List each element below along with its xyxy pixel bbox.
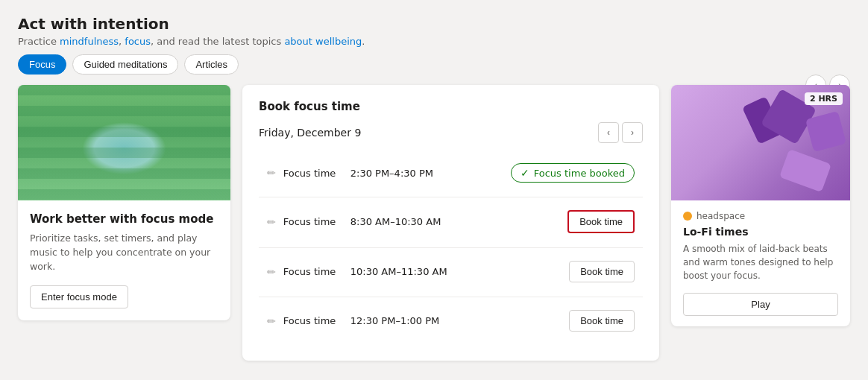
focus-time-1: 2:30 PM–4:30 PM: [350, 168, 511, 179]
focus-time-row-3: ✏ Focus time 10:30 AM–11:30 AM Book time: [259, 251, 643, 292]
page-title: Act with intention: [18, 15, 365, 33]
pencil-icon-2: ✏: [267, 216, 276, 228]
book-focus-time-card: Book focus time Friday, December 9 ‹ › ✏…: [242, 85, 659, 361]
book-time-button-3[interactable]: Book time: [569, 310, 635, 332]
date-navigation: Friday, December 9 ‹ ›: [259, 122, 643, 143]
focus-time-rows: ✏ Focus time 2:30 PM–4:30 PM ✓ Focus tim…: [259, 153, 643, 343]
cards-row: Work better with focus mode Prioritize t…: [18, 85, 850, 361]
tab-articles[interactable]: Articles: [184, 54, 239, 75]
focus-time-4: 12:30 PM–1:00 PM: [350, 315, 569, 326]
focus-label-4: Focus time: [283, 315, 350, 326]
enter-focus-mode-button[interactable]: Enter focus mode: [30, 285, 128, 308]
shape-3: [779, 149, 831, 192]
subtitle-link-focus[interactable]: focus: [125, 36, 151, 47]
focus-time-2: 8:30 AM–10:30 AM: [350, 216, 567, 227]
focus-time-row-4: ✏ Focus time 12:30 PM–1:00 PM Book time: [259, 300, 643, 341]
headspace-row: headspace: [683, 211, 838, 221]
page-header: Act with intention Practice mindfulness,…: [18, 15, 850, 75]
focus-mode-card: Work better with focus mode Prioritize t…: [18, 85, 230, 320]
page-subtitle: Practice mindfulness, focus, and read th…: [18, 36, 365, 47]
book-time-button-1[interactable]: Book time: [567, 210, 635, 233]
prev-date-button[interactable]: ‹: [598, 122, 619, 143]
focus-mode-image: [18, 85, 230, 200]
focus-label-1: Focus time: [283, 168, 350, 179]
lofi-title: Lo-Fi times: [683, 226, 838, 238]
headspace-dot: [683, 212, 692, 221]
booked-text: Focus time booked: [534, 168, 625, 179]
focus-mode-description: Prioritize tasks, set timers, and play m…: [30, 232, 218, 273]
lofi-description: A smooth mix of laid-back beats and warm…: [683, 242, 838, 282]
lofi-card-body: headspace Lo-Fi times A smooth mix of la…: [671, 200, 850, 326]
focus-label-2: Focus time: [283, 216, 350, 227]
shape-2: [805, 111, 846, 152]
focus-mode-body: Work better with focus mode Prioritize t…: [18, 200, 230, 320]
play-button[interactable]: Play: [683, 293, 838, 316]
booked-badge: ✓ Focus time booked: [511, 163, 635, 183]
subtitle-link-wellbeing[interactable]: about wellbeing: [284, 36, 362, 47]
focus-time-3: 10:30 AM–11:30 AM: [350, 266, 569, 277]
check-icon: ✓: [521, 167, 529, 179]
tab-bar: Focus Guided meditations Articles: [18, 54, 850, 75]
focus-mode-heading: Work better with focus mode: [30, 212, 218, 226]
tab-focus[interactable]: Focus: [18, 54, 66, 75]
lofi-card-image: 2 HRS: [671, 85, 850, 200]
date-label: Friday, December 9: [259, 127, 361, 139]
headspace-label: headspace: [696, 211, 745, 221]
subtitle-link-mindfulness[interactable]: mindfulness: [60, 36, 119, 47]
book-time-button-2[interactable]: Book time: [569, 261, 635, 282]
focus-time-row-2: ✏ Focus time 8:30 AM–10:30 AM Book time: [259, 200, 643, 243]
hrs-badge: 2 HRS: [805, 92, 843, 105]
pencil-icon-3: ✏: [267, 266, 276, 278]
tab-guided-meditations[interactable]: Guided meditations: [72, 54, 178, 75]
focus-label-3: Focus time: [283, 266, 350, 277]
lofi-card: 2 HRS headspace Lo-Fi times A smooth mix…: [671, 85, 850, 326]
book-focus-title: Book focus time: [259, 100, 643, 113]
next-date-button[interactable]: ›: [622, 122, 643, 143]
date-nav-buttons: ‹ ›: [598, 122, 643, 143]
pencil-icon-4: ✏: [267, 315, 276, 327]
pencil-icon-1: ✏: [267, 167, 276, 179]
focus-time-row-booked: ✏ Focus time 2:30 PM–4:30 PM ✓ Focus tim…: [259, 153, 643, 192]
